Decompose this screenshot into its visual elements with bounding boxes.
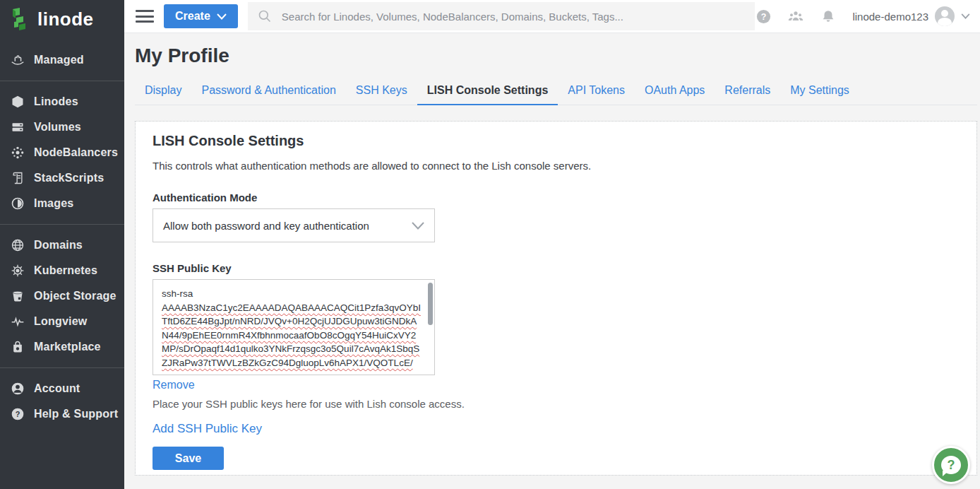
tab-display[interactable]: Display [135,84,191,105]
tab-ssh-keys[interactable]: SSH Keys [346,84,417,105]
notifications-bell-icon[interactable] [820,8,837,25]
sidebar-item-label: Images [34,197,73,210]
sidebar-item-label: Marketplace [34,341,101,353]
sidebar-item-images[interactable]: Images [0,191,124,216]
chevron-down-icon [412,222,424,230]
auth-mode-label: Authentication Mode [153,192,960,204]
sidebar-item-label: Domains [34,239,83,252]
cube-icon [10,94,25,110]
sidebar-item-nodebalancers[interactable]: NodeBalancers [0,140,124,165]
ssh-key-prefix: ssh-rsa [162,287,423,301]
ssh-key-value: AAAAB3NzaC1yc2EAAAADAQABAAACAQCit1Pzfa3q… [162,301,423,370]
community-icon[interactable] [787,8,804,25]
sidebar-item-stackscripts[interactable]: StackScripts [0,165,124,191]
globe-icon [10,237,25,253]
auth-mode-select[interactable]: Allow both password and key authenticati… [153,208,435,242]
create-button-label: Create [175,10,210,23]
profile-tabs: Display Password & Authentication SSH Ke… [135,84,977,105]
tab-password-authentication[interactable]: Password & Authentication [191,84,345,105]
topbar: Create ? linode-demo123 [124,0,980,33]
sidebar-item-label: Help & Support [34,408,118,420]
sidebar-item-label: NodeBalancers [34,146,118,159]
logo-text: linode [37,8,94,30]
tab-referrals[interactable]: Referrals [715,84,780,105]
chevron-down-icon [217,13,227,20]
search-input[interactable] [282,11,746,23]
linode-logo[interactable]: linode [0,0,124,39]
person-circle-icon [10,381,25,396]
sidebar: linode Managed Linodes Volumes NodeBal [0,0,124,489]
sidebar-divider [0,367,124,368]
bucket-icon [10,288,25,304]
sidebar-item-managed[interactable]: Managed [0,47,124,73]
search-icon [258,9,272,23]
save-button[interactable]: Save [153,447,224,470]
sidebar-divider [0,81,124,81]
sidebar-item-domains[interactable]: Domains [0,232,124,258]
page-title: My Profile [135,45,977,67]
tab-my-settings[interactable]: My Settings [780,84,859,105]
hand-holding-icon [10,52,25,68]
sidebar-item-longview[interactable]: Longview [0,309,124,334]
sidebar-item-label: Object Storage [34,290,116,302]
main-content: My Profile Display Password & Authentica… [124,33,980,489]
ssh-key-label: SSH Public Key [153,262,960,274]
sidebar-item-label: Kubernetes [34,264,97,277]
node-network-icon [10,145,25,160]
sidebar-item-label: Volumes [34,121,81,134]
sidebar-item-label: Linodes [34,95,78,108]
add-ssh-key-link[interactable]: Add SSH Public Key [153,422,262,436]
sidebar-item-marketplace[interactable]: Marketplace [0,334,124,360]
svg-text:?: ? [16,410,20,418]
panel-description: This controls what authentication method… [153,160,960,172]
textarea-scrollbar[interactable] [428,283,433,325]
help-icon[interactable]: ? [755,8,772,25]
remove-key-link[interactable]: Remove [153,379,195,391]
help-chat-icon: ? [941,456,961,474]
sidebar-item-label: Account [34,382,80,395]
tab-api-tokens[interactable]: API Tokens [558,84,635,105]
stacked-drives-icon [10,119,25,135]
sidebar-item-kubernetes[interactable]: Kubernetes [0,258,124,283]
sidebar-item-account[interactable]: Account [0,376,124,401]
tab-oauth-apps[interactable]: OAuth Apps [635,84,715,105]
search-bar[interactable] [248,2,755,30]
ship-wheel-icon [10,263,25,278]
sidebar-divider [0,224,124,225]
ssh-key-helper-text: Place your SSH public keys here for use … [153,398,960,410]
sidebar-item-volumes[interactable]: Volumes [0,114,124,140]
sidebar-item-linodes[interactable]: Linodes [0,89,124,114]
pulse-icon [10,314,25,329]
help-widget-button[interactable]: ? [932,446,970,484]
auth-mode-selected-value: Allow both password and key authenticati… [163,220,369,232]
scroll-icon [10,170,25,186]
avatar [935,6,955,26]
question-circle-icon: ? [10,406,25,422]
lish-settings-panel: LISH Console Settings This controls what… [135,121,977,476]
user-menu[interactable]: linode-demo123 [852,6,970,26]
create-button[interactable]: Create [164,4,238,28]
disc-icon [10,196,25,211]
linode-cubes-icon [10,8,31,32]
sidebar-item-label: Managed [34,54,84,66]
chevron-down-icon [961,13,970,19]
tab-lish-console-settings[interactable]: LISH Console Settings [417,84,558,105]
menu-icon[interactable] [136,10,154,23]
shopping-bag-icon [10,339,25,355]
sidebar-item-help-support[interactable]: ? Help & Support [0,401,124,427]
sidebar-item-label: StackScripts [34,172,104,184]
sidebar-item-object-storage[interactable]: Object Storage [0,283,124,309]
username: linode-demo123 [852,11,928,23]
sidebar-item-label: Longview [34,315,87,328]
ssh-key-textarea[interactable]: ssh-rsaAAAAB3NzaC1yc2EAAAADAQABAAACAQCit… [153,279,435,375]
panel-title: LISH Console Settings [153,133,960,149]
svg-text:?: ? [761,12,767,22]
